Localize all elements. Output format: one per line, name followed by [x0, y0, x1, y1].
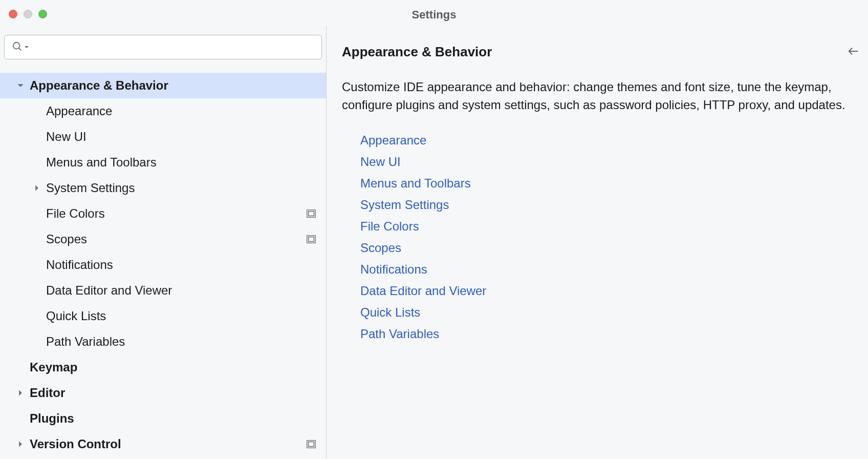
chevron-down-icon[interactable] — [11, 82, 30, 89]
main-panel: Appearance & Behavior Customize IDE appe… — [327, 26, 868, 459]
sidebar-item-scopes[interactable]: Scopes — [0, 226, 326, 252]
sidebar-item-appearance-behavior[interactable]: Appearance & Behavior — [0, 73, 326, 98]
settings-sidebar: Appearance & BehaviorAppearanceNew UIMen… — [0, 26, 327, 459]
subpage-links: AppearanceNew UIMenus and ToolbarsSystem… — [342, 130, 859, 345]
subpage-link-notifications[interactable]: Notifications — [360, 259, 859, 280]
svg-rect-3 — [309, 212, 314, 216]
sidebar-item-system-settings[interactable]: System Settings — [0, 175, 326, 201]
subpage-link-menus-and-toolbars[interactable]: Menus and Toolbars — [360, 173, 859, 194]
sidebar-item-label: Appearance & Behavior — [30, 78, 316, 93]
sidebar-item-menus-and-toolbars[interactable]: Menus and Toolbars — [0, 150, 326, 175]
subpage-link-file-colors[interactable]: File Colors — [360, 216, 859, 237]
subpage-link-data-editor-and-viewer[interactable]: Data Editor and Viewer — [360, 280, 859, 302]
sidebar-item-plugins[interactable]: Plugins — [0, 406, 326, 431]
sidebar-item-label: Plugins — [30, 411, 316, 426]
sidebar-item-label: Quick Lists — [46, 309, 316, 323]
page-description: Customize IDE appearance and behavior: c… — [342, 78, 859, 114]
project-scope-icon — [307, 232, 316, 246]
sidebar-item-label: Editor — [30, 386, 316, 400]
search-options-caret-icon[interactable] — [24, 43, 29, 51]
back-button[interactable] — [848, 46, 859, 58]
page-title: Appearance & Behavior — [342, 44, 492, 60]
window-minimize-button[interactable] — [24, 10, 32, 18]
sidebar-item-label: Appearance — [46, 104, 316, 118]
svg-rect-7 — [309, 442, 314, 447]
project-scope-icon — [307, 437, 316, 451]
subpage-link-scopes[interactable]: Scopes — [360, 237, 859, 259]
search-input[interactable] — [30, 41, 316, 53]
sidebar-item-notifications[interactable]: Notifications — [0, 252, 326, 278]
sidebar-item-appearance[interactable]: Appearance — [0, 98, 326, 124]
sidebar-item-editor[interactable]: Editor — [0, 380, 326, 406]
subpage-link-new-ui[interactable]: New UI — [360, 151, 859, 173]
subpage-link-path-variables[interactable]: Path Variables — [360, 323, 859, 345]
sidebar-item-label: File Colors — [46, 206, 307, 221]
sidebar-item-label: Version Control — [30, 437, 307, 451]
sidebar-item-label: Data Editor and Viewer — [46, 283, 316, 298]
sidebar-item-label: New UI — [46, 130, 316, 144]
titlebar: Settings — [0, 0, 868, 26]
sidebar-item-label: Notifications — [46, 258, 316, 272]
sidebar-item-path-variables[interactable]: Path Variables — [0, 329, 326, 354]
chevron-right-icon[interactable] — [11, 441, 30, 448]
sidebar-item-new-ui[interactable]: New UI — [0, 124, 326, 150]
sidebar-item-file-colors[interactable]: File Colors — [0, 201, 326, 226]
sidebar-item-version-control[interactable]: Version Control — [0, 431, 326, 457]
svg-rect-5 — [309, 237, 314, 242]
chevron-right-icon[interactable] — [28, 184, 46, 192]
project-scope-icon — [307, 206, 316, 221]
sidebar-item-quick-lists[interactable]: Quick Lists — [0, 303, 326, 329]
window-title: Settings — [412, 8, 457, 22]
svg-line-1 — [19, 48, 21, 50]
sidebar-item-keymap[interactable]: Keymap — [0, 354, 326, 380]
svg-point-0 — [13, 42, 20, 49]
settings-tree: Appearance & BehaviorAppearanceNew UIMen… — [0, 65, 326, 459]
sidebar-item-label: System Settings — [46, 181, 316, 195]
sidebar-item-label: Keymap — [30, 360, 316, 374]
sidebar-item-data-editor-and-viewer[interactable]: Data Editor and Viewer — [0, 278, 326, 303]
subpage-link-system-settings[interactable]: System Settings — [360, 194, 859, 216]
window-maximize-button[interactable] — [38, 10, 47, 18]
window-close-button[interactable] — [9, 10, 17, 18]
sidebar-item-label: Menus and Toolbars — [46, 155, 316, 170]
sidebar-item-label: Path Variables — [46, 335, 316, 349]
search-box[interactable] — [4, 35, 322, 59]
subpage-link-appearance[interactable]: Appearance — [360, 130, 859, 151]
sidebar-item-label: Scopes — [46, 232, 307, 246]
subpage-link-quick-lists[interactable]: Quick Lists — [360, 302, 859, 323]
search-icon — [12, 41, 23, 54]
chevron-right-icon[interactable] — [11, 389, 30, 397]
